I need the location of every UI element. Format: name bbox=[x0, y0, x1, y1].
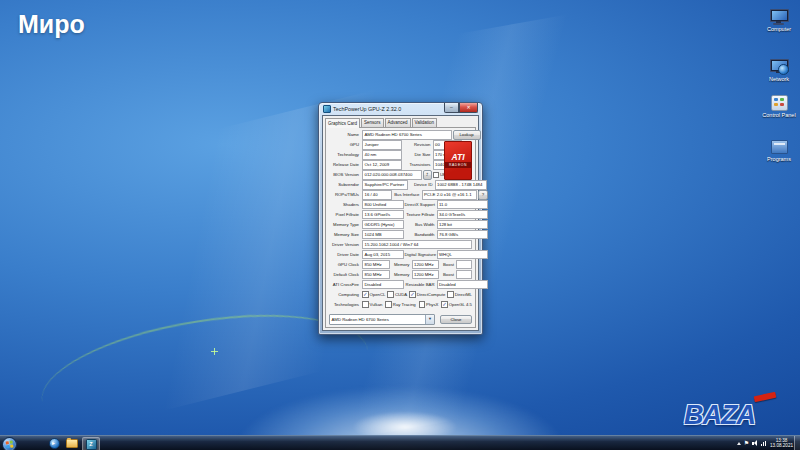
field-row-name: Name AMD Radeon HD 6700 Series Lookup bbox=[329, 131, 472, 139]
media-player-icon bbox=[49, 438, 60, 449]
window-client-area: Graphics Card Sensors Advanced Validatio… bbox=[322, 115, 479, 331]
tab-validation[interactable]: Validation bbox=[412, 118, 437, 127]
boost-clock-value bbox=[456, 260, 472, 269]
checkbox-icon[interactable] bbox=[385, 301, 392, 308]
checkbox-icon[interactable] bbox=[447, 291, 454, 298]
field-row-pixel-fillrate: Pixel Fillrate 13.6 GPixel/s Texture Fil… bbox=[329, 211, 472, 219]
field-row-technologies: Technologies Vulkan Ray Tracing PhysX bbox=[329, 301, 472, 309]
taskbar-explorer-button[interactable] bbox=[64, 437, 80, 450]
programs-icon bbox=[769, 138, 789, 155]
system-tray: ⚑ 13:38 13.08.2021 bbox=[734, 436, 793, 450]
desktop-icon-label: Programs bbox=[750, 156, 800, 162]
close-button[interactable]: Close bbox=[440, 315, 472, 325]
field-row-driver-date: Driver Date Aug 03, 2015 Digital Signatu… bbox=[329, 251, 472, 259]
field-row-computing: Computing OpenCL CUDA DirectCompute bbox=[329, 291, 472, 299]
memory-type-value: GDDR5 (Hynix) bbox=[362, 220, 404, 229]
start-button[interactable] bbox=[2, 437, 17, 450]
gpuz-app-icon bbox=[323, 105, 331, 113]
opengl-checkbox[interactable]: OpenGL 4.5 bbox=[441, 301, 472, 308]
release-date-value: Oct 12, 2009 bbox=[362, 160, 402, 169]
crossfire-value: Disabled bbox=[362, 280, 404, 289]
windows-flag-icon bbox=[6, 440, 13, 447]
directcompute-checkbox[interactable]: DirectCompute bbox=[409, 291, 445, 298]
wallpaper-glow bbox=[180, 330, 620, 450]
minimize-button[interactable]: – bbox=[444, 103, 459, 113]
tab-advanced[interactable]: Advanced bbox=[385, 118, 411, 127]
field-row-default-clock: Default Clock 850 MHz Memory 1200 MHz Bo… bbox=[329, 271, 472, 279]
lookup-button[interactable]: Lookup bbox=[453, 130, 481, 140]
name-value: AMD Radeon HD 6700 Series bbox=[362, 130, 452, 139]
checkbox-icon[interactable] bbox=[409, 291, 416, 298]
ray-tracing-checkbox[interactable]: Ray Tracing bbox=[385, 301, 415, 308]
taskbar-gpuz-button[interactable]: Z bbox=[82, 437, 100, 450]
checkbox-icon[interactable] bbox=[441, 301, 448, 308]
render-test-button[interactable]: ? bbox=[478, 190, 488, 200]
texture-fillrate-value: 34.0 GTexel/s bbox=[437, 210, 489, 219]
resizable-bar-value: Disabled bbox=[437, 280, 489, 289]
taskbar-media-player-button[interactable] bbox=[46, 437, 62, 450]
default-boost-clock-value bbox=[456, 270, 472, 279]
vulkan-checkbox[interactable]: Vulkan bbox=[362, 301, 382, 308]
checkbox-icon[interactable] bbox=[433, 172, 440, 179]
volume-icon[interactable] bbox=[752, 440, 758, 446]
directx-support-value: 11.0 bbox=[437, 200, 489, 209]
default-memory-clock-value: 1200 MHz bbox=[412, 270, 440, 279]
tab-graphics-card[interactable]: Graphics Card bbox=[325, 118, 360, 128]
bios-share-icon[interactable]: ⤴ bbox=[423, 170, 432, 180]
default-clock-value: 850 MHz bbox=[362, 270, 390, 279]
watermark-text: Миро bbox=[18, 10, 85, 39]
device-id-value: 1002 68B8 - 174B 1484 bbox=[435, 180, 488, 189]
checkbox-icon[interactable] bbox=[387, 291, 394, 298]
rops-tmus-value: 16 / 40 bbox=[362, 190, 392, 199]
desktop-icon-computer[interactable]: Computer bbox=[750, 8, 800, 32]
desktop-icon-label: Control Panel bbox=[750, 112, 800, 118]
desktop: Миро Computer Network Control Panel Prog… bbox=[0, 0, 800, 450]
desktop-icon-control-panel[interactable]: Control Panel bbox=[750, 94, 800, 118]
sparkle-icon bbox=[211, 348, 218, 355]
desktop-icon-programs[interactable]: Programs bbox=[750, 138, 800, 162]
physx-checkbox[interactable]: PhysX bbox=[419, 301, 439, 308]
checkbox-icon[interactable] bbox=[419, 301, 426, 308]
field-row-rops: ROPs/TMUs 16 / 40 Bus Interface PCI-E 2.… bbox=[329, 191, 472, 199]
memory-size-value: 1024 MB bbox=[362, 230, 404, 239]
checkbox-icon[interactable] bbox=[362, 291, 369, 298]
desktop-icon-label: Network bbox=[750, 76, 800, 82]
bios-version-value: 012.020.000.008.037400 bbox=[362, 170, 422, 179]
show-hidden-icons-icon[interactable] bbox=[737, 442, 741, 445]
desktop-icon-label: Computer bbox=[750, 26, 800, 32]
action-center-flag-icon[interactable]: ⚑ bbox=[744, 440, 749, 446]
show-desktop-button[interactable] bbox=[794, 436, 800, 450]
shaders-value: 800 Unified bbox=[362, 200, 404, 209]
field-row-gpu-clock: GPU Clock 850 MHz Memory 1200 MHz Boost bbox=[329, 261, 472, 269]
ati-radeon-logo: ATI RADEON bbox=[444, 141, 472, 180]
control-panel-icon bbox=[769, 94, 789, 111]
tab-sensors[interactable]: Sensors bbox=[361, 118, 384, 127]
bus-width-value: 128 bit bbox=[437, 220, 489, 229]
close-icon[interactable]: ✕ bbox=[459, 103, 478, 113]
field-row-memory-size: Memory Size 1024 MB Bandwidth 76.8 GB/s bbox=[329, 231, 472, 239]
cuda-checkbox[interactable]: CUDA bbox=[387, 291, 407, 298]
window-footer: AMD Radeon HD 6700 Series ▼ Close bbox=[329, 315, 472, 324]
pixel-fillrate-value: 13.6 GPixel/s bbox=[362, 210, 404, 219]
directml-checkbox[interactable]: DirectML bbox=[447, 291, 472, 298]
technology-value: 40 nm bbox=[362, 150, 402, 159]
chevron-down-icon[interactable]: ▼ bbox=[425, 315, 434, 323]
network-signal-icon[interactable] bbox=[761, 440, 767, 446]
card-selector-dropdown[interactable]: AMD Radeon HD 6700 Series ▼ bbox=[329, 314, 435, 324]
gpuz-taskbar-icon: Z bbox=[86, 439, 97, 450]
checkbox-icon[interactable] bbox=[362, 301, 369, 308]
title-bar[interactable]: TechPowerUp GPU-Z 2.32.0 – ✕ bbox=[319, 103, 482, 115]
field-row-subvendor: Subvendor Sapphire/PC Partner Device ID … bbox=[329, 181, 472, 189]
bandwidth-value: 76.8 GB/s bbox=[437, 230, 489, 239]
taskbar: Z ⚑ 13:38 13.08.2021 bbox=[0, 435, 800, 450]
computer-icon bbox=[769, 8, 789, 25]
opencl-checkbox[interactable]: OpenCL bbox=[362, 291, 386, 298]
tray-clock[interactable]: 13:38 13.08.2021 bbox=[770, 438, 793, 449]
graphics-card-tab-page: Name AMD Radeon HD 6700 Series Lookup GP… bbox=[325, 127, 476, 328]
network-icon bbox=[769, 58, 789, 75]
gpuz-window: TechPowerUp GPU-Z 2.32.0 – ✕ Graphics Ca… bbox=[318, 102, 483, 335]
memory-clock-value: 1200 MHz bbox=[412, 260, 440, 269]
desktop-icon-network[interactable]: Network bbox=[750, 58, 800, 82]
bus-interface-value: PCI-E 2.0 x16 @ x16 1.1 bbox=[422, 190, 478, 199]
subvendor-value: Sapphire/PC Partner bbox=[362, 180, 408, 189]
